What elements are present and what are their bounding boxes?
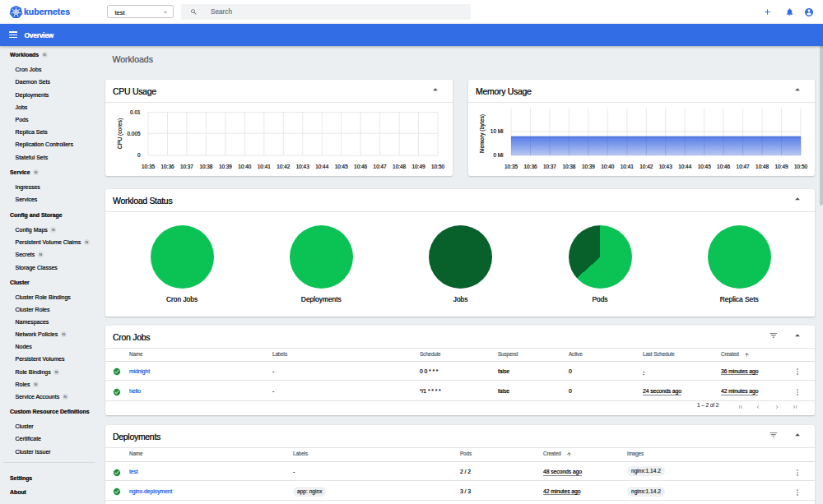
svg-text:10:40: 10:40 [601, 163, 614, 169]
svg-text:10:39: 10:39 [582, 163, 595, 169]
svg-text:10:45: 10:45 [698, 163, 711, 169]
svg-text:10:50: 10:50 [431, 163, 444, 169]
svg-text:10:44: 10:44 [315, 163, 328, 169]
svg-text:0.01: 0.01 [130, 109, 141, 114]
svg-text:0: 0 [137, 152, 141, 158]
svg-text:10:36: 10:36 [161, 163, 174, 169]
svg-text:10:49: 10:49 [775, 163, 788, 169]
svg-text:10:41: 10:41 [258, 163, 271, 169]
svg-text:10:43: 10:43 [296, 163, 309, 169]
svg-text:10 Mi: 10 Mi [491, 128, 504, 134]
svg-text:10:47: 10:47 [737, 163, 750, 169]
svg-text:10:49: 10:49 [412, 163, 425, 169]
svg-text:10:40: 10:40 [238, 163, 251, 169]
svg-text:10:50: 10:50 [794, 163, 807, 169]
svg-text:10:35: 10:35 [504, 163, 518, 169]
svg-text:10:48: 10:48 [756, 163, 769, 169]
svg-text:CPU (cores): CPU (cores) [117, 118, 123, 148]
svg-text:10:45: 10:45 [335, 163, 348, 169]
svg-text:10:36: 10:36 [524, 163, 537, 169]
svg-text:10:37: 10:37 [180, 163, 193, 169]
svg-text:10:48: 10:48 [393, 163, 406, 169]
svg-text:10:43: 10:43 [659, 163, 672, 169]
svg-text:10:46: 10:46 [717, 163, 730, 169]
svg-text:0 Mi: 0 Mi [493, 152, 503, 158]
svg-text:10:47: 10:47 [374, 163, 387, 169]
svg-text:10:46: 10:46 [354, 163, 367, 169]
svg-text:10:38: 10:38 [562, 163, 575, 169]
svg-text:10:42: 10:42 [277, 163, 290, 169]
svg-text:10:37: 10:37 [543, 163, 556, 169]
svg-text:10:42: 10:42 [639, 163, 653, 169]
svg-text:10:38: 10:38 [199, 163, 212, 169]
svg-text:10:39: 10:39 [219, 163, 232, 169]
svg-text:0.005: 0.005 [128, 130, 141, 136]
svg-text:10:41: 10:41 [621, 163, 634, 169]
svg-text:10:44: 10:44 [678, 163, 691, 169]
svg-text:10:35: 10:35 [142, 163, 155, 169]
svg-text:Memory (bytes): Memory (bytes) [479, 113, 486, 152]
